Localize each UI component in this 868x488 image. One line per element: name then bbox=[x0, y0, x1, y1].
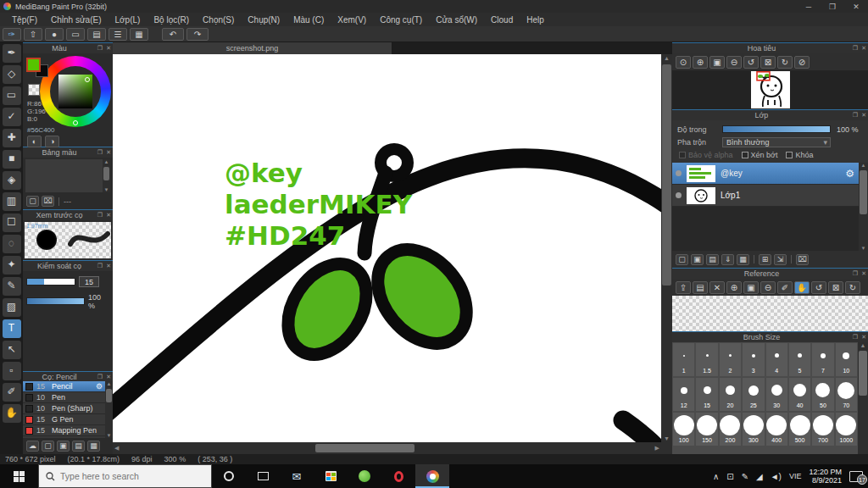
layer-row-lop1[interactable]: Lớp1 bbox=[672, 185, 859, 207]
close-icon[interactable]: ✕ bbox=[104, 149, 113, 156]
brush-size-scrollbar[interactable]: ▲ bbox=[858, 342, 868, 454]
add-brush-menu-icon[interactable]: ▣ bbox=[57, 441, 70, 452]
palette-list[interactable]: ▲▼ bbox=[25, 159, 110, 192]
menu-file[interactable]: Tệp(F) bbox=[5, 15, 44, 25]
brush-size-option[interactable]: 30 bbox=[765, 377, 788, 412]
reference-content[interactable] bbox=[672, 296, 868, 331]
canvas-horizontal-scrollbar[interactable]: ◀▶ bbox=[113, 442, 661, 454]
layer-folder-icon[interactable]: ▦ bbox=[737, 254, 749, 265]
zoom-out-icon[interactable]: ⊖ bbox=[726, 56, 742, 69]
blend-mode-select[interactable]: Bình thường▾ bbox=[722, 137, 831, 147]
opera-button[interactable] bbox=[381, 464, 415, 488]
layer-scrollbar[interactable]: ▲▼ bbox=[859, 163, 868, 251]
tray-chevron-icon[interactable]: ∧ bbox=[713, 472, 719, 481]
navigator-preview[interactable] bbox=[672, 70, 868, 109]
saturation-square[interactable] bbox=[58, 75, 92, 108]
clipping-checkbox[interactable]: Xén bớt bbox=[742, 151, 778, 159]
rotate-cw-icon[interactable]: ↻ bbox=[845, 281, 860, 294]
brush-row-pen-sharp[interactable]: 10Pen (Sharp) bbox=[23, 403, 105, 414]
brush-folder-icon[interactable]: ▦ bbox=[87, 441, 100, 452]
delete-layer-icon[interactable]: ⌧ bbox=[796, 254, 809, 265]
brush-settings-icon[interactable]: ⚙ bbox=[96, 382, 105, 391]
reference-upload-icon[interactable]: ⇪ bbox=[676, 281, 691, 294]
store-button[interactable] bbox=[314, 464, 348, 488]
form-icon[interactable]: ☰ bbox=[108, 28, 127, 41]
brush-size-option[interactable]: 3 bbox=[742, 342, 765, 377]
brush-size-option[interactable]: 15 bbox=[695, 377, 718, 412]
cortana-button[interactable] bbox=[212, 464, 246, 488]
tray-app-icon[interactable]: ⊡ bbox=[726, 472, 733, 481]
close-icon[interactable]: ✕ bbox=[860, 45, 868, 52]
fit-view-icon[interactable]: ▣ bbox=[743, 281, 759, 294]
brush-size-option[interactable]: 700 bbox=[811, 412, 834, 446]
search-input[interactable] bbox=[60, 471, 196, 481]
brush-size-option[interactable]: 12 bbox=[672, 377, 695, 412]
brush-size-option[interactable]: 25 bbox=[742, 377, 765, 412]
canvas[interactable]: @key laederMIKEY #HD247 bbox=[113, 54, 661, 442]
hscroll-thumb[interactable] bbox=[315, 444, 414, 452]
menu-window[interactable]: Cửa sổ(W) bbox=[429, 15, 484, 25]
bucket-tool[interactable]: ◈ bbox=[3, 171, 21, 190]
palette-scrollbar[interactable]: ▲▼ bbox=[103, 159, 110, 192]
brush-size-option[interactable]: 100 bbox=[672, 412, 695, 446]
close-button[interactable]: ✕ bbox=[844, 3, 868, 11]
add-color-button[interactable]: ▢ bbox=[26, 196, 39, 207]
menu-view[interactable]: Xem(V) bbox=[331, 15, 373, 25]
select-pen-tool[interactable]: ✎ bbox=[3, 277, 21, 296]
notification-center-icon[interactable]: 17 bbox=[849, 471, 863, 482]
brush-list-scrollbar[interactable]: ▲▼ bbox=[105, 381, 113, 438]
rotate-ccw-icon[interactable]: ↺ bbox=[811, 281, 826, 294]
alpha-protect-checkbox[interactable]: Bảo vệ alpha bbox=[679, 151, 733, 159]
reset-rotation-icon[interactable]: ⊠ bbox=[828, 281, 843, 294]
medibang-taskbar-button[interactable] bbox=[415, 464, 449, 488]
grid-icon[interactable]: ▦ bbox=[130, 28, 148, 41]
redo-icon[interactable]: ↷ bbox=[186, 28, 209, 41]
menu-tools[interactable]: Công cụ(T) bbox=[373, 15, 429, 25]
snap-tool[interactable]: ✓ bbox=[3, 108, 21, 126]
zoom-in-icon[interactable]: ⊕ bbox=[693, 56, 708, 69]
layer-opacity-slider[interactable] bbox=[722, 125, 831, 133]
magic-wand-tool[interactable]: ✦ bbox=[3, 256, 21, 274]
brush-row-partial[interactable] bbox=[23, 436, 105, 438]
taskbar-search[interactable] bbox=[38, 464, 212, 488]
brush-row-mapping-pen[interactable]: 15Mapping Pen bbox=[23, 425, 105, 436]
add-brush-icon[interactable]: ▢ bbox=[42, 441, 54, 452]
zoom-out-icon[interactable]: ⊖ bbox=[760, 281, 776, 294]
taskbar-clock[interactable]: 12:20 PM 8/9/2021 bbox=[809, 468, 842, 485]
popout-icon[interactable]: ❐ bbox=[851, 45, 860, 52]
brush-size-option[interactable]: 1000 bbox=[835, 412, 858, 446]
menu-select[interactable]: Chọn(S) bbox=[196, 15, 241, 25]
language-indicator[interactable]: VIE bbox=[789, 472, 802, 480]
color-wheel[interactable] bbox=[40, 56, 111, 127]
brush-row-pen[interactable]: 10Pen bbox=[23, 392, 105, 403]
gradient-tool[interactable]: ▥ bbox=[3, 192, 21, 211]
brush-size-option[interactable]: 1.5 bbox=[695, 342, 718, 377]
close-icon[interactable]: ✕ bbox=[104, 212, 113, 219]
comment-icon[interactable]: ● bbox=[45, 28, 64, 41]
menu-edit[interactable]: Chỉnh sửa(E) bbox=[44, 15, 108, 25]
foreground-color-swatch[interactable] bbox=[26, 58, 41, 72]
rotate-ccw-icon[interactable]: ↺ bbox=[743, 56, 759, 69]
close-icon[interactable]: ✕ bbox=[860, 334, 868, 341]
popout-icon[interactable]: ❐ bbox=[851, 270, 860, 277]
move-tool[interactable]: ✚ bbox=[3, 129, 21, 147]
popout-icon[interactable]: ❐ bbox=[851, 334, 860, 341]
green-app-button[interactable] bbox=[348, 464, 381, 488]
shape-tool[interactable]: ▭ bbox=[3, 86, 21, 105]
divide-tool[interactable]: ▫ bbox=[3, 362, 21, 380]
edit-brush-icon[interactable]: ▤ bbox=[72, 441, 85, 452]
transparent-color-swatch[interactable] bbox=[28, 84, 40, 96]
layer-row-key[interactable]: @key ⚙ bbox=[672, 163, 859, 185]
popout-icon[interactable]: ❐ bbox=[96, 212, 104, 219]
popout-icon[interactable]: ❐ bbox=[96, 374, 104, 380]
fit-view-icon[interactable]: ▣ bbox=[709, 56, 725, 69]
brush-size-option[interactable]: 20 bbox=[719, 377, 742, 412]
task-view-button[interactable] bbox=[246, 464, 280, 488]
brush-size-value[interactable]: 15 bbox=[79, 276, 99, 287]
select-eraser-tool[interactable]: ▨ bbox=[3, 298, 21, 317]
flip-lock-icon[interactable]: ⊘ bbox=[794, 56, 810, 69]
brush-size-option[interactable]: 400 bbox=[765, 412, 788, 446]
brush-size-option[interactable]: 10 bbox=[835, 342, 858, 377]
zoom-actual-icon[interactable]: ⊙ bbox=[676, 56, 691, 69]
color-wheel-button[interactable]: ◐ bbox=[27, 136, 42, 147]
